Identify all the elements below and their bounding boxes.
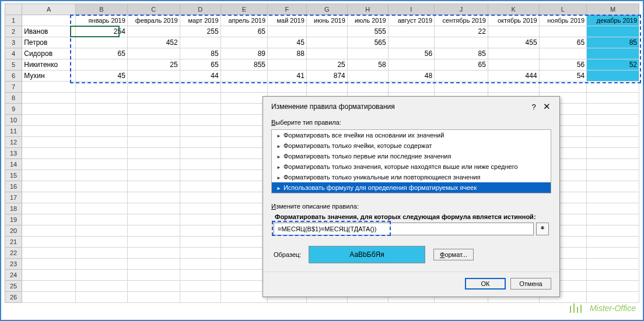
cell[interactable] [220,126,267,137]
cell[interactable] [127,104,180,115]
cell[interactable]: 85 [435,48,488,59]
cell[interactable]: 85 [180,48,220,59]
cell[interactable] [180,259,220,270]
cell[interactable]: 254 [76,26,128,37]
cell[interactable]: июнь 2019 [306,15,347,26]
cell[interactable] [76,59,128,70]
cell[interactable] [22,281,76,292]
column-header[interactable]: E [220,4,267,15]
cell[interactable] [127,148,180,159]
cell[interactable] [76,115,128,126]
cell[interactable] [587,48,639,59]
cell[interactable] [587,225,639,237]
cell[interactable] [220,170,267,181]
cell[interactable]: 555 [347,26,388,37]
cell[interactable] [220,137,267,148]
cell[interactable]: Сидоров [22,48,76,59]
row-header[interactable]: 12 [5,137,22,148]
cell[interactable] [76,203,128,214]
cell[interactable]: март 2019 [180,15,220,26]
cell[interactable] [76,181,128,192]
cell[interactable]: октябрь 2019 [488,15,539,26]
cell[interactable] [435,37,488,48]
cell[interactable] [127,203,180,214]
cell[interactable] [220,214,267,225]
cell[interactable]: 25 [127,59,180,70]
cell[interactable] [347,48,388,59]
cell[interactable] [180,93,220,104]
row-header[interactable]: 15 [5,170,22,181]
column-header[interactable]: D [180,4,220,15]
cell[interactable] [220,270,267,281]
column-header[interactable]: G [306,4,347,15]
cell[interactable] [127,70,180,82]
row-header[interactable]: 22 [5,248,22,259]
cell[interactable] [22,292,76,303]
cell[interactable] [127,248,180,259]
cell[interactable] [127,93,180,104]
cell[interactable]: 65 [220,26,267,37]
cell[interactable] [127,115,180,126]
row-header[interactable]: 19 [5,214,22,225]
cell[interactable] [347,82,388,93]
cell[interactable] [268,59,307,70]
cell[interactable] [76,126,128,137]
row-header[interactable]: 10 [5,115,22,126]
cell[interactable] [220,115,267,126]
cell[interactable]: 255 [180,26,220,37]
cell[interactable]: Иванов [22,26,76,37]
cell[interactable]: 48 [388,70,434,82]
cell[interactable] [76,159,128,170]
cell[interactable] [539,82,586,93]
rule-type-item[interactable]: Форматировать только значения, которые н… [272,161,551,172]
cell[interactable] [488,26,539,37]
cell[interactable]: 565 [347,37,388,48]
cell[interactable] [220,237,267,248]
cell[interactable] [127,237,180,248]
cell[interactable]: 874 [306,70,347,82]
cell[interactable]: ноябрь 2019 [539,15,586,26]
cell[interactable] [388,37,434,48]
cell[interactable] [22,214,76,225]
cell[interactable]: 44 [180,70,220,82]
row-header[interactable]: 14 [5,159,22,170]
cell[interactable] [306,82,347,93]
column-header[interactable]: I [388,4,434,15]
cell[interactable] [539,48,586,59]
cell[interactable] [127,181,180,192]
cell[interactable] [347,70,388,82]
cell[interactable] [22,203,76,214]
cell[interactable] [587,270,639,281]
cell[interactable] [180,237,220,248]
cell[interactable] [587,82,639,93]
cell[interactable] [22,115,76,126]
cell[interactable] [127,281,180,292]
cell[interactable]: сентябрь 2019 [435,15,488,26]
cell[interactable] [76,270,128,281]
cell[interactable] [220,281,267,292]
cell[interactable] [587,259,639,270]
cell[interactable]: 41 [268,70,307,82]
cell[interactable] [76,248,128,259]
cell[interactable]: 65 [435,59,488,70]
cell[interactable] [127,137,180,148]
column-header[interactable]: L [539,4,586,15]
cell[interactable] [180,170,220,181]
cell[interactable] [180,192,220,203]
formula-input[interactable] [274,223,534,235]
cell[interactable]: май 2019 [268,15,307,26]
cell[interactable] [76,192,128,203]
dialog-titlebar[interactable]: Изменение правила форматирования ? ✕ [263,97,559,115]
cell[interactable] [488,82,539,93]
cell[interactable] [180,181,220,192]
cell[interactable] [76,82,128,93]
cell[interactable]: 65 [76,48,128,59]
row-header[interactable]: 21 [5,237,22,248]
cell[interactable]: январь 2019 [76,15,128,26]
column-header[interactable]: K [488,4,539,15]
cell[interactable] [587,104,639,115]
cell[interactable] [220,259,267,270]
column-header[interactable]: B [76,4,128,15]
ok-button[interactable]: ОК [465,278,506,290]
cell[interactable] [435,82,488,93]
